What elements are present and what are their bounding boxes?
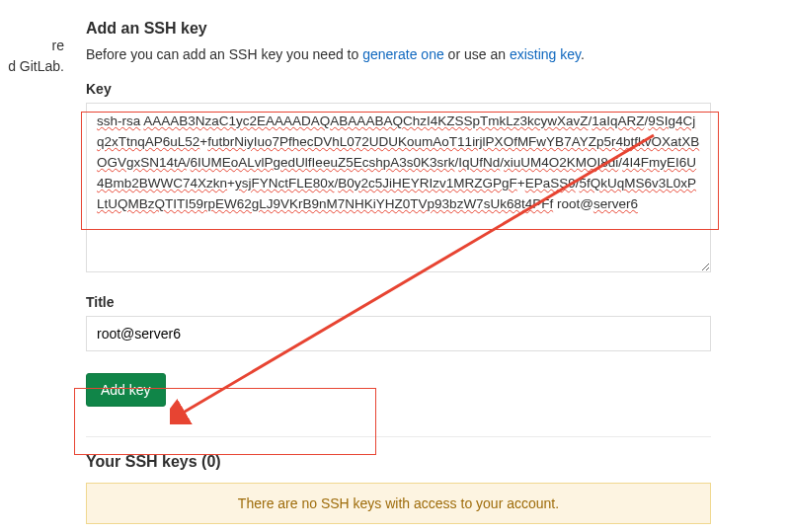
add-key-button[interactable]: Add key: [86, 373, 166, 407]
intro-post: .: [581, 46, 585, 62]
no-keys-banner: There are no SSH keys with access to you…: [86, 483, 711, 524]
sidebar-text-1: re: [0, 36, 64, 56]
intro-mid: or use an: [444, 46, 510, 62]
page-title: Add an SSH key: [86, 20, 767, 38]
intro-pre: Before you can add an SSH key you need t…: [86, 46, 362, 62]
your-keys-heading: Your SSH keys (0): [86, 453, 767, 471]
generate-one-link[interactable]: generate one: [362, 46, 444, 62]
title-input[interactable]: [86, 316, 711, 351]
existing-key-link[interactable]: existing key: [510, 46, 581, 62]
intro-text: Before you can add an SSH key you need t…: [86, 43, 767, 65]
key-label: Key: [86, 81, 767, 97]
title-label: Title: [86, 294, 767, 310]
key-textarea[interactable]: ssh-rsa AAAAB3NzaC1yc2EAAAADAQABAAABAQCh…: [86, 103, 711, 272]
main-content: Add an SSH key Before you can add an SSH…: [86, 20, 767, 524]
sidebar-text-2: d GitLab.: [0, 56, 64, 77]
divider: [86, 436, 711, 437]
left-sidebar-fragment: re d GitLab.: [0, 0, 64, 77]
